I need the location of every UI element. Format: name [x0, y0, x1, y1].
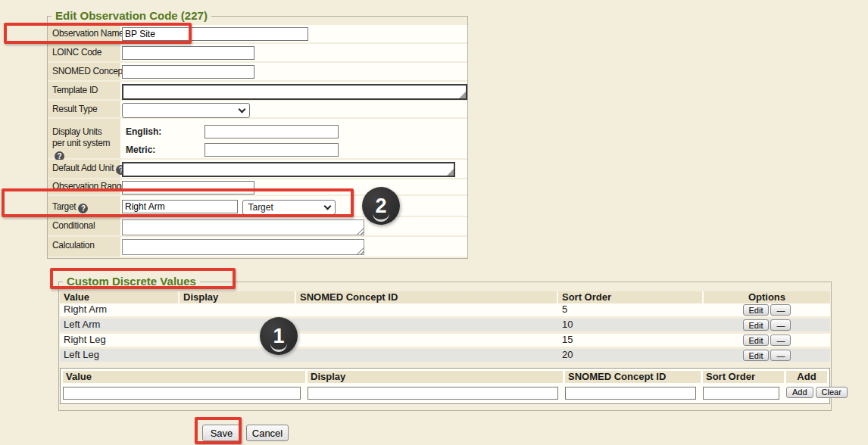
page: Edit Observation Code (227) Observation …: [0, 0, 868, 445]
result-type-select[interactable]: [122, 103, 250, 118]
remove-button[interactable]: —: [770, 335, 791, 346]
resize-grip-icon[interactable]: [459, 92, 466, 98]
remove-button[interactable]: —: [770, 319, 791, 331]
snomed-concept-id-input[interactable]: [122, 65, 254, 79]
add-header-sort-order: Sort Order: [703, 371, 784, 383]
target-select[interactable]: Target: [242, 200, 336, 215]
row-value: Right Leg: [60, 334, 180, 347]
column-header-options: Options: [704, 291, 830, 303]
add-header-value: Value: [63, 371, 305, 383]
panel-title: Edit Observation Code (227): [52, 9, 211, 22]
clear-button[interactable]: Clear: [816, 387, 848, 398]
template-id-label: Template ID: [48, 82, 120, 99]
default-add-unit-label: Default Add Unit?: [48, 160, 120, 178]
row-snomed: [296, 334, 558, 347]
column-header-display: Display: [180, 291, 296, 303]
add-snomed-input[interactable]: [565, 387, 696, 400]
cancel-button[interactable]: Cancel: [246, 425, 289, 441]
edit-observation-code-panel: Edit Observation Code (227) Observation …: [47, 16, 468, 259]
add-value-input[interactable]: [63, 387, 301, 400]
default-add-unit-textarea[interactable]: [122, 162, 455, 177]
row-display: [180, 303, 296, 316]
row-snomed: [296, 349, 558, 362]
template-id-textarea[interactable]: [122, 84, 467, 100]
help-icon[interactable]: ?: [78, 204, 88, 213]
column-header-snomed: SNOMED Concept ID: [296, 291, 558, 303]
row-loinc-code: LOINC Code: [48, 44, 467, 63]
add-sort-order-input[interactable]: [703, 387, 779, 400]
add-button[interactable]: Add: [786, 387, 813, 398]
row-sort-order: 5: [558, 303, 704, 316]
add-row-header: Value Display SNOMED Concept ID Sort Ord…: [63, 371, 827, 383]
loinc-code-input[interactable]: [122, 46, 254, 60]
calculation-label: Calculation: [48, 237, 120, 257]
row-conditional: Conditional: [48, 217, 467, 237]
row-template-id: Template ID: [48, 82, 467, 101]
result-type-label: Result Type: [48, 101, 120, 117]
target-input[interactable]: [122, 200, 238, 213]
chevron-down-icon: [239, 105, 246, 113]
english-units-input[interactable]: [205, 125, 339, 138]
metric-units-label: Metric:: [126, 145, 201, 155]
add-row-inputs: Add Clear: [63, 385, 827, 400]
table-row: Left Arm 10 Edit —: [60, 319, 830, 334]
table-row: Right Leg 15 Edit —: [60, 334, 830, 349]
observation-range-label: Observation Range?: [48, 179, 120, 194]
row-value: Left Leg: [60, 349, 180, 362]
remove-button[interactable]: —: [770, 350, 791, 361]
add-header-display: Display: [308, 371, 563, 383]
row-snomed-concept-id: SNOMED Concept ID: [48, 63, 467, 82]
add-header-snomed: SNOMED Concept ID: [565, 371, 701, 383]
english-units-label: English:: [126, 126, 201, 137]
observation-name-label: Observation Name: [48, 25, 120, 42]
row-calculation: Calculation: [48, 237, 467, 257]
save-button[interactable]: Save: [202, 425, 241, 441]
resize-grip-icon[interactable]: [357, 247, 364, 254]
add-header-add: Add: [786, 371, 827, 383]
snomed-concept-id-label: SNOMED Concept ID: [48, 63, 120, 80]
calculation-textarea[interactable]: [122, 239, 364, 255]
section-title: Custom Discrete Values: [63, 275, 200, 288]
row-display-units: Display Units per unit system? English: …: [48, 119, 467, 160]
remove-button[interactable]: —: [770, 304, 791, 316]
table-row: Right Arm 5 Edit —: [60, 303, 830, 319]
loinc-code-label: LOINC Code: [48, 44, 120, 61]
row-value: Right Arm: [60, 303, 180, 316]
step-2-badge: 2: [362, 187, 400, 225]
step-1-badge: 1: [260, 317, 298, 355]
resize-grip-icon[interactable]: [447, 169, 454, 176]
edit-button[interactable]: Edit: [743, 335, 770, 346]
row-default-add-unit: Default Add Unit?: [48, 160, 467, 179]
display-units-label: Display Units per unit system?: [48, 119, 120, 158]
add-display-input[interactable]: [308, 387, 558, 400]
row-target: Target? Target: [48, 196, 467, 217]
custom-discrete-values-panel: Custom Discrete Values Value Display SNO…: [58, 282, 832, 411]
observation-range-input[interactable]: [122, 181, 254, 194]
discrete-values-header: Value Display SNOMED Concept ID Sort Ord…: [60, 291, 830, 303]
edit-button[interactable]: Edit: [743, 304, 770, 316]
add-value-box: Value Display SNOMED Concept ID Sort Ord…: [60, 368, 830, 404]
row-snomed: [296, 303, 558, 316]
observation-name-input[interactable]: [122, 27, 308, 41]
chevron-down-icon: [324, 202, 332, 210]
row-sort-order: 15: [558, 334, 704, 347]
column-header-value: Value: [60, 291, 180, 303]
conditional-textarea[interactable]: [122, 219, 364, 235]
row-sort-order: 10: [558, 319, 704, 331]
column-header-sort-order: Sort Order: [558, 291, 704, 303]
row-observation-name: Observation Name: [48, 25, 467, 44]
row-value: Left Arm: [60, 319, 180, 331]
target-select-value: Target: [248, 202, 273, 213]
row-sort-order: 20: [558, 349, 704, 362]
row-observation-range: Observation Range?: [48, 179, 467, 196]
edit-button[interactable]: Edit: [743, 350, 770, 361]
table-row: Left Leg 20 Edit —: [60, 349, 830, 364]
target-label: Target?: [48, 196, 120, 216]
row-result-type: Result Type: [48, 101, 467, 119]
edit-button[interactable]: Edit: [743, 319, 770, 331]
resize-grip-icon[interactable]: [357, 228, 364, 235]
metric-units-input[interactable]: [205, 143, 339, 157]
conditional-label: Conditional: [48, 217, 120, 235]
row-snomed: [296, 319, 558, 331]
